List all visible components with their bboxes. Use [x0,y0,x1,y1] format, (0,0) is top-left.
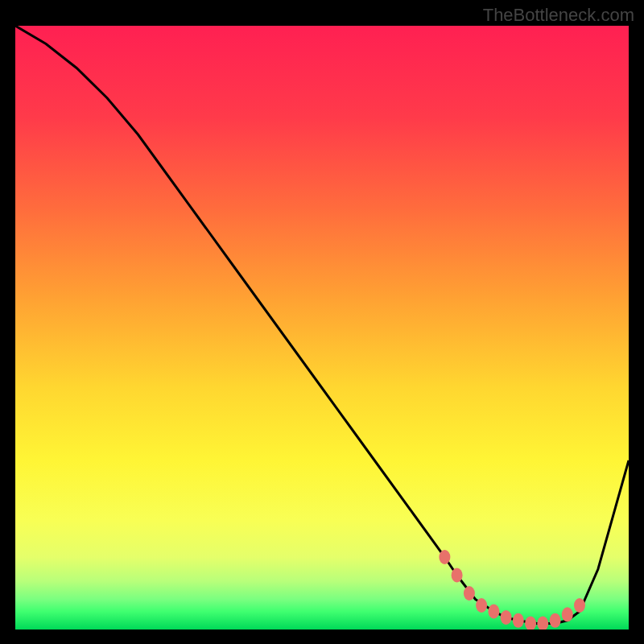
marker-dot [562,607,573,621]
marker-dot [439,550,450,564]
marker-dot [452,568,463,583]
marker-dot [513,613,524,628]
marker-dot [464,586,475,601]
chart-svg [15,26,629,630]
plot-area [15,26,629,630]
chart-container: TheBottleneck.com [0,0,644,644]
marker-dot [574,598,585,613]
marker-dot [476,598,487,613]
marker-dot [501,610,512,625]
gradient-background [15,26,629,630]
marker-dot [488,605,499,619]
marker-dot [550,613,561,628]
watermark-text: TheBottleneck.com [483,5,634,26]
